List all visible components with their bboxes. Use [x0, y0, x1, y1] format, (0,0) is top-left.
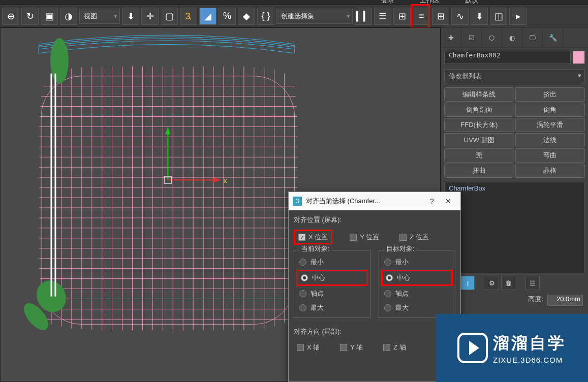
edit-selection-icon[interactable]: { } — [257, 8, 274, 25]
dialog-title-text: 对齐当前选择 (Chamfer... — [306, 197, 380, 206]
mod-btn-bevelprofile[interactable]: 倒角剖面 — [444, 103, 514, 117]
target-object-title: 目标对象: — [384, 244, 417, 253]
chamferbox-mesh — [39, 67, 298, 331]
target-pivot-radio[interactable]: 轴点 — [381, 287, 453, 300]
mod-btn-shell[interactable]: 壳 — [444, 148, 514, 163]
x-axis-checkbox[interactable]: X 轴 — [294, 341, 323, 354]
highlight-align-tool — [411, 4, 430, 28]
tab-hierarchy[interactable]: ⬡ — [482, 27, 502, 48]
target-object-group: 目标对象: 最小 中心 轴点 最大 — [379, 250, 455, 318]
object-name-input[interactable]: ChamferBox002 — [444, 51, 571, 64]
panel-tabs: ✚ ☑ ⬡ ◐ 🖵 🔧 — [441, 27, 588, 48]
render-setup-icon[interactable]: ▸ — [509, 8, 527, 25]
bind-icon[interactable]: ◑ — [60, 8, 77, 25]
tab-create[interactable]: ✚ — [441, 27, 461, 48]
transform-gizmo: x — [164, 126, 227, 184]
stack-toolbar: 📌 ⫿ ⚙ 🗑 ☰ — [444, 275, 585, 291]
svg-point-49 — [50, 38, 69, 84]
green-cone-bottom — [19, 275, 72, 334]
current-min-radio[interactable]: 最小 — [296, 256, 368, 269]
z-axis-checkbox[interactable]: Z 轴 — [380, 341, 409, 354]
play-icon — [457, 333, 488, 363]
target-max-radio[interactable]: 最大 — [381, 301, 453, 314]
align-icon[interactable]: ☰ — [374, 8, 391, 25]
svg-text:x: x — [224, 177, 227, 184]
groupbox-row: 当前对象: 最小 中心 轴点 最大 目标对象 — [294, 250, 455, 318]
layer-icon[interactable]: ⊞ — [393, 8, 411, 25]
x-position-checkbox[interactable]: X 位置 — [294, 230, 332, 245]
stack-configure-icon[interactable]: ☰ — [525, 276, 540, 290]
mod-btn-editspline[interactable]: 编辑样条线 — [444, 87, 514, 102]
y-axis-checkbox[interactable]: Y 轴 — [337, 341, 366, 354]
curve-editor-icon[interactable]: ∿ — [451, 8, 469, 25]
view-dropdown[interactable]: 视图 — [79, 9, 120, 24]
mod-btn-normal[interactable]: 法线 — [515, 133, 585, 147]
white-bracket — [51, 74, 55, 297]
watermark: 溜溜自学 ZIXUE.3D66.COM — [436, 314, 588, 382]
percent-icon[interactable]: % — [219, 8, 236, 25]
z-position-checkbox[interactable]: Z 位置 — [396, 230, 432, 245]
watermark-text2: ZIXUE.3D66.COM — [493, 356, 566, 364]
link-icon[interactable]: ⊕ — [2, 8, 19, 25]
dialog-titlebar[interactable]: 3 对齐当前选择 (Chamfer... ? ✕ — [289, 192, 460, 210]
watermark-text1: 溜溜自学 — [493, 332, 566, 355]
green-cone-top — [50, 38, 69, 84]
mod-btn-lattice[interactable]: 晶格 — [515, 164, 585, 178]
close-button[interactable]: ✕ — [440, 193, 456, 209]
height-input[interactable]: 20.0mm — [547, 295, 583, 306]
dialog-body: 对齐位置 (屏幕): X 位置 Y 位置 Z 位置 当前对象: 最小 — [289, 210, 460, 364]
align-dialog: 3 对齐当前选择 (Chamfer... ? ✕ 对齐位置 (屏幕): X 位置… — [288, 192, 461, 382]
mod-btn-extrude[interactable]: 挤出 — [515, 87, 585, 102]
current-max-radio[interactable]: 最大 — [296, 301, 368, 314]
mod-btn-turbosmooth[interactable]: 涡轮平滑 — [515, 118, 585, 132]
stack-item-chamferbox[interactable]: ChamferBox — [449, 184, 485, 192]
svg-rect-0 — [41, 76, 295, 325]
default-label[interactable]: 默认 — [465, 0, 478, 5]
object-color-swatch[interactable] — [573, 51, 585, 64]
stack-show-end-result-icon[interactable]: ⫿ — [460, 276, 475, 290]
align-position-label: 对齐位置 (屏幕): — [294, 215, 455, 225]
current-object-title: 当前对象: — [299, 244, 332, 253]
scale-icon[interactable]: 3ᵢ — [180, 8, 197, 25]
modifier-list-dropdown[interactable]: 修改器列表 — [444, 69, 585, 83]
align-orientation-label: 对齐方向 (局部): — [294, 327, 455, 336]
stack-make-unique-icon[interactable]: ⚙ — [485, 276, 499, 290]
mod-btn-bevel[interactable]: 倒角 — [515, 103, 585, 117]
handle-mesh — [39, 35, 295, 53]
spinner-icon[interactable]: ◆ — [238, 8, 255, 25]
material-editor-icon[interactable]: ◫ — [490, 8, 507, 25]
tab-motion[interactable]: ◐ — [502, 27, 522, 48]
tab-modify[interactable]: ☑ — [461, 27, 482, 48]
current-pivot-radio[interactable]: 轴点 — [296, 287, 368, 300]
target-min-radio[interactable]: 最小 — [381, 256, 453, 269]
undo-icon[interactable]: ↻ — [21, 8, 39, 25]
app-icon: 3 — [293, 197, 302, 206]
login-label[interactable]: 登录 — [381, 0, 394, 5]
mod-btn-bend[interactable]: 弯曲 — [515, 148, 585, 163]
move-icon[interactable]: ✛ — [141, 8, 159, 25]
target-center-radio[interactable]: 中心 — [381, 270, 453, 286]
tab-utilities[interactable]: 🔧 — [543, 27, 563, 48]
schematic-icon[interactable]: ⊞ — [432, 8, 449, 25]
mirror-icon[interactable]: ▎▎ — [355, 8, 372, 25]
modifier-stack[interactable]: ChamferBox — [444, 182, 585, 273]
modifier-buttons-grid: 编辑样条线 挤出 倒角剖面 倒角 FFD(长方体) 涡轮平滑 UVW 贴图 法线… — [441, 85, 588, 180]
filter-icon[interactable]: ⬇ — [122, 8, 139, 25]
snap-icon[interactable]: ◢ — [199, 8, 216, 25]
mod-btn-uvwmap[interactable]: UVW 贴图 — [444, 133, 514, 147]
tab-display[interactable]: 🖵 — [522, 27, 543, 48]
current-center-radio[interactable]: 中心 — [296, 270, 368, 286]
help-button[interactable]: ? — [424, 193, 440, 209]
orientation-axes-row: X 轴 Y 轴 Z 轴 — [294, 341, 455, 354]
dope-sheet-icon[interactable]: ⬇ — [471, 8, 488, 25]
mod-btn-twist[interactable]: 扭曲 — [444, 164, 514, 178]
y-position-checkbox[interactable]: Y 位置 — [347, 230, 382, 245]
selection-set-dropdown[interactable]: 创建选择集 — [276, 9, 353, 24]
rotate-icon[interactable]: ▢ — [161, 8, 178, 25]
svg-marker-55 — [165, 126, 170, 134]
mod-btn-ffdbox[interactable]: FFD(长方体) — [444, 118, 514, 132]
stack-remove-icon[interactable]: 🗑 — [501, 276, 515, 290]
main-toolbar: ⊕ ↻ ▣ ◑ 视图 ⬇ ✛ ▢ 3ᵢ ◢ % ◆ { } 创建选择集 ▎▎ ☰… — [0, 5, 588, 27]
height-label: 高度: — [528, 295, 543, 306]
select-link-icon[interactable]: ▣ — [41, 8, 58, 25]
